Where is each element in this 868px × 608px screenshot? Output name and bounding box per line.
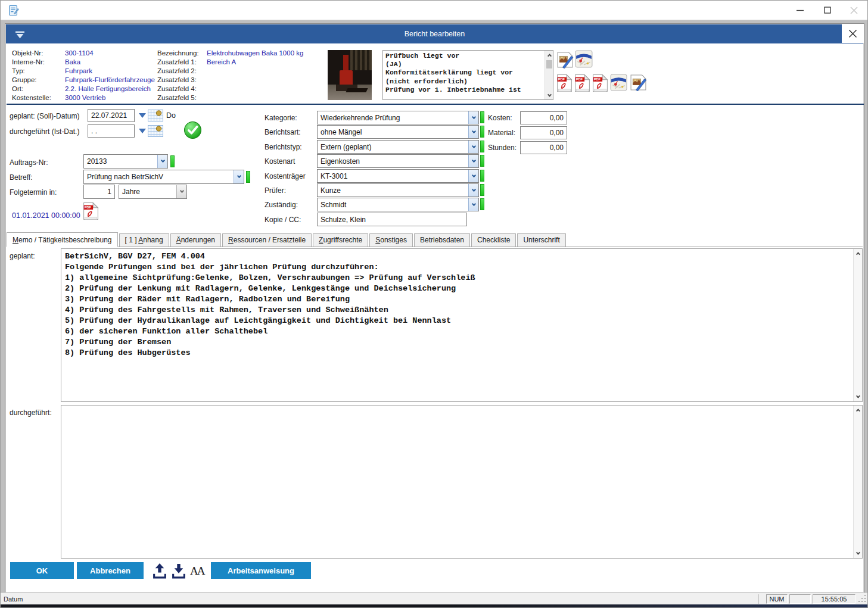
tab-ressourcen[interactable]: Ressourcen / Ersatzteile xyxy=(222,233,312,247)
durchgefuehrt-datum-input[interactable] xyxy=(88,124,135,138)
minimize-icon[interactable] xyxy=(788,1,813,20)
dialog-close-icon[interactable] xyxy=(842,24,864,43)
svg-text:PDF: PDF xyxy=(85,205,92,209)
berichtsart-combobox[interactable]: ohne Mängel xyxy=(317,125,479,139)
infobox-scrollbar[interactable] xyxy=(545,51,553,99)
object-photo[interactable] xyxy=(328,50,372,100)
chevron-down-icon[interactable] xyxy=(468,198,478,211)
material-label: Material: xyxy=(488,129,515,137)
tab-zugriffsrechte[interactable]: Zugriffsrechte xyxy=(313,233,368,247)
ok-button[interactable]: OK xyxy=(10,562,74,579)
header-field: Gruppe:Fuhrpark-Flurförderfahrzeuge xyxy=(12,76,155,85)
maximize-icon[interactable] xyxy=(815,1,840,20)
scroll-up-icon[interactable] xyxy=(854,406,863,414)
pruefer-combobox[interactable]: Kunze xyxy=(317,183,479,197)
pdf-icon[interactable]: PDF xyxy=(592,74,608,95)
betreff-combobox[interactable]: Prüfung nach BetrSichV xyxy=(83,170,244,184)
kosten-input[interactable] xyxy=(520,111,567,124)
field-label: Ort: xyxy=(12,85,23,92)
field-label: Gruppe: xyxy=(12,76,37,83)
pdf-icon[interactable]: PDF xyxy=(83,202,99,220)
field-label: Zusatzfeld 2: xyxy=(157,67,197,74)
upload-icon[interactable] xyxy=(152,563,167,579)
cancel-button[interactable]: Abbrechen xyxy=(77,562,144,579)
chevron-down-icon[interactable] xyxy=(468,141,478,153)
pruefbuch-infobox[interactable]: Prüfbuch liegt vor (JA) Konformitätserkl… xyxy=(382,50,553,100)
material-input[interactable] xyxy=(520,126,567,139)
arbeitsanweisung-button[interactable]: Arbeitsanweisung xyxy=(211,562,311,579)
dialog-title: Bericht bearbeiten xyxy=(6,30,863,38)
taskbar-edge xyxy=(1,604,867,607)
scroll-up-icon[interactable] xyxy=(854,249,863,258)
memo-scrollbar[interactable] xyxy=(853,406,862,558)
map-document-icon[interactable] xyxy=(610,74,627,93)
geplant-datum-input[interactable] xyxy=(88,109,135,122)
folgetermin-unit-select[interactable]: Jahre xyxy=(119,185,187,199)
image-edit-icon[interactable] xyxy=(556,51,574,71)
pdf-icon[interactable]: PDF xyxy=(574,74,590,95)
stunden-input[interactable] xyxy=(520,141,567,154)
field-value: Elektrohubwagen Baka 1000 kg xyxy=(207,49,303,57)
tab-sonstiges[interactable]: Sonstiges xyxy=(369,233,413,247)
field-label: Objekt-Nr: xyxy=(12,49,43,57)
calendar-icon[interactable] xyxy=(148,125,163,137)
date-dropdown-icon[interactable] xyxy=(139,129,146,137)
weekday-label: Do xyxy=(166,111,176,120)
scroll-down-icon[interactable] xyxy=(854,392,863,401)
berichtstyp-combobox[interactable]: Extern (geplant) xyxy=(317,140,479,154)
download-icon[interactable] xyxy=(171,563,186,579)
map-document-icon[interactable] xyxy=(575,50,593,70)
scroll-up-icon[interactable] xyxy=(545,51,553,59)
chevron-down-icon[interactable] xyxy=(157,155,167,168)
memo-geplant-textarea[interactable]: BetrSichV, BGV D27, FEM 4.004 Folgende P… xyxy=(61,249,853,401)
scrollbar-thumb[interactable] xyxy=(546,60,552,68)
header-field: Kostenstelle:3000 Vertrieb xyxy=(12,94,155,103)
memo-scrollbar[interactable] xyxy=(853,249,862,401)
resize-grip[interactable] xyxy=(858,594,867,604)
header-field: Interne-Nr:Baka xyxy=(12,58,155,67)
tab-anhang[interactable]: [ 1 ] Anhang xyxy=(119,233,169,247)
kostentraeger-combobox[interactable]: KT-3001 xyxy=(317,169,479,183)
tab-unterschrift[interactable]: Unterschrift xyxy=(517,233,565,247)
field-value: Bereich A xyxy=(207,58,236,66)
chevron-down-icon[interactable] xyxy=(176,185,186,198)
tab-memo[interactable]: Memo / Tätigkeitsbeschreibung xyxy=(7,232,118,247)
tab-checkliste[interactable]: Checkliste xyxy=(471,233,516,247)
scroll-down-icon[interactable] xyxy=(545,91,553,99)
folgetermin-input[interactable] xyxy=(83,185,115,199)
chevron-down-icon[interactable] xyxy=(468,155,478,167)
chevron-down-icon[interactable] xyxy=(234,170,244,183)
folgetermin-label: Folgetermin in: xyxy=(10,188,57,197)
chevron-down-icon[interactable] xyxy=(468,126,478,138)
field-label: Zusatzfeld 5: xyxy=(157,94,197,101)
date-dropdown-icon[interactable] xyxy=(139,113,146,121)
chevron-down-icon[interactable] xyxy=(468,170,478,182)
auftrag-label: Auftrags-Nr: xyxy=(10,158,48,167)
app-window: Bericht bearbeiten Objekt-Nr:300-1104 In… xyxy=(0,0,868,608)
memo-durchgefuehrt-textarea[interactable] xyxy=(61,406,853,558)
berichtsart-label: Berichtsart: xyxy=(265,128,301,136)
font-icon[interactable]: AA xyxy=(190,565,204,578)
tab-betriebsdaten[interactable]: Betriebsdaten xyxy=(414,233,470,247)
pruefer-label: Prüfer: xyxy=(265,186,286,195)
chevron-down-icon[interactable] xyxy=(468,111,478,124)
window-close-icon[interactable] xyxy=(841,1,866,20)
kopie-cc-input[interactable] xyxy=(317,213,467,226)
memo-durchgefuehrt-label: durchgeführt: xyxy=(10,409,52,417)
header-field: Objekt-Nr:300-1104 xyxy=(12,49,155,58)
kopie-cc-label: Kopie / CC: xyxy=(265,216,301,224)
auftrag-combobox[interactable]: 20133 xyxy=(83,154,168,169)
field-value: Fuhrpark xyxy=(65,67,92,74)
tab-aenderungen[interactable]: Änderungen xyxy=(170,233,221,247)
clock: 15:55:05 xyxy=(813,594,855,604)
scroll-down-icon[interactable] xyxy=(854,549,863,558)
valid-check-icon xyxy=(183,121,202,139)
calendar-icon[interactable] xyxy=(148,110,163,121)
zustaendig-combobox[interactable]: Schmidt xyxy=(317,198,479,211)
kategorie-combobox[interactable]: Wiederkehrende Prüfung xyxy=(317,111,479,124)
kostenart-combobox[interactable]: Eigenkosten xyxy=(317,154,479,168)
image-edit-icon[interactable] xyxy=(630,74,647,93)
pdf-icon[interactable]: PDF xyxy=(556,74,573,95)
field-label: Bezeichnung: xyxy=(157,49,199,57)
chevron-down-icon[interactable] xyxy=(468,184,478,197)
